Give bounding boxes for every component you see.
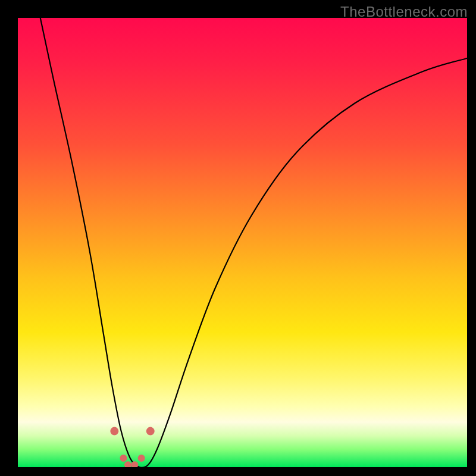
valley-dot (138, 455, 145, 462)
curve-layer (18, 18, 467, 467)
bottleneck-curve (40, 18, 467, 467)
valley-dot (124, 461, 131, 467)
chart-frame: TheBottleneck.com (0, 0, 476, 476)
valley-dot (120, 455, 127, 462)
watermark-text: TheBottleneck.com (340, 4, 468, 20)
valley-dot (110, 427, 118, 436)
valley-dot (146, 427, 155, 436)
plot-area (18, 18, 467, 467)
